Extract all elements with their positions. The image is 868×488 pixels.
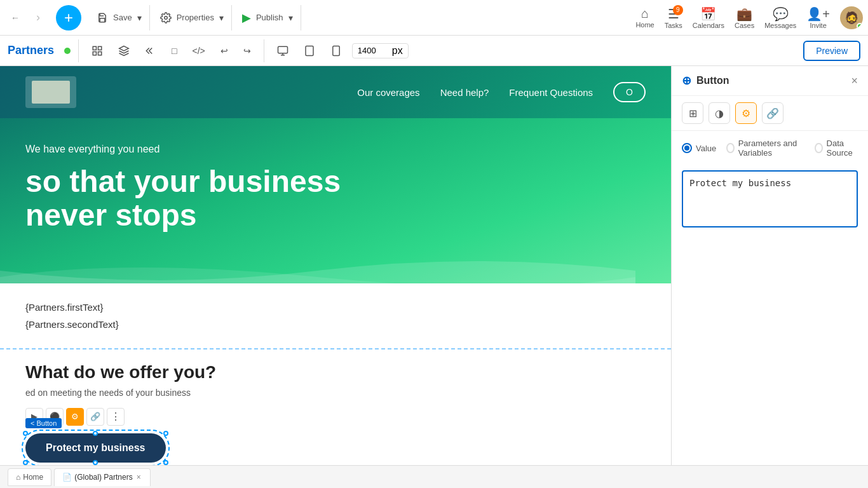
hero-title-line2: never stops (25, 198, 196, 232)
panel-icon-link[interactable]: 🔗 (762, 102, 783, 124)
forward-button[interactable]: › (28, 8, 48, 28)
properties-group: Properties ▾ (153, 5, 232, 30)
layers-btn[interactable] (113, 43, 135, 59)
tasks-icon: ☰ 9 (668, 6, 679, 22)
template-vars: {Partners.firstText} {Partners.secondTex… (25, 299, 646, 333)
btn-tool-settings[interactable]: ⚙ (66, 408, 84, 426)
radio-params[interactable]: Parameters and Variables (726, 139, 804, 158)
button-value-textarea[interactable]: Protect my business (682, 170, 858, 227)
invite-nav[interactable]: 👤+ Invite (806, 6, 830, 29)
cases-icon: 💼 (736, 6, 752, 22)
panel-icon-settings[interactable]: ⚙ (735, 102, 757, 124)
nav-action-btn[interactable]: O (613, 82, 646, 102)
invite-icon: 👤+ (806, 6, 830, 22)
width-unit: px (392, 45, 403, 57)
tasks-badge: 9 (673, 5, 683, 15)
messages-icon: 💬 (773, 6, 789, 22)
properties-icon[interactable] (158, 10, 174, 26)
template-var1: {Partners.firstText} (25, 299, 646, 316)
calendars-nav[interactable]: 📅 Calendars (693, 6, 724, 29)
home-nav[interactable]: ⌂ Home (635, 6, 654, 29)
svg-rect-6 (278, 46, 287, 53)
messages-nav[interactable]: 💬 Messages (764, 6, 796, 29)
desktop-view-btn[interactable] (272, 43, 294, 59)
hero-title-line1: so that your business (25, 165, 341, 198)
home-tab-label: Home (23, 473, 43, 482)
handle-br (163, 460, 168, 465)
tablet-view-btn[interactable] (299, 43, 320, 59)
avatar[interactable]: 🧔 (840, 6, 863, 29)
tab-partners[interactable]: 📄 (Global) Partners × (54, 468, 150, 486)
invite-label: Invite (810, 22, 827, 29)
cases-nav[interactable]: 💼 Cases (735, 6, 754, 29)
svg-rect-2 (98, 46, 102, 50)
hero-section: We have everything you need so that your… (0, 118, 671, 283)
tab-home[interactable]: ⌂ Home (8, 468, 51, 486)
handle-tr (163, 431, 168, 436)
width-input[interactable] (358, 46, 390, 55)
cta-button-wrapper: < Button Protect my business (25, 433, 166, 463)
radio-datasource-circle (815, 143, 822, 153)
panel-icon-layout[interactable]: ⊞ (682, 102, 703, 124)
handle-bm (93, 460, 98, 465)
top-toolbar: ← › + Save ▾ Properties ▾ ▶ Publish ▾ ⌂ … (0, 0, 868, 36)
offer-title: What do we offer you? (25, 362, 646, 383)
select-btn[interactable]: □ (166, 43, 182, 58)
hero-subtitle: We have everything you need (25, 144, 646, 155)
hero-wave (0, 252, 635, 283)
publish-label: Publish (256, 13, 283, 22)
calendars-icon: 📅 (700, 6, 716, 22)
preview-button[interactable]: Preview (803, 41, 860, 61)
right-panel: ⊕ Button × ⊞ ◑ ⚙ 🔗 Value Parameters and … (671, 66, 868, 465)
undo-btn[interactable]: ↩ (215, 43, 233, 58)
nav-help[interactable]: Need help? (440, 87, 489, 98)
cta-button[interactable]: Protect my business (25, 433, 166, 463)
logo-image (32, 81, 70, 104)
back-button[interactable]: ← (5, 8, 25, 28)
offer-desc: ed on meeting the needs of your business (25, 388, 646, 398)
nav-btn[interactable] (140, 43, 161, 59)
radio-value-circle (682, 143, 692, 153)
redo-btn[interactable]: ↪ (238, 43, 256, 58)
radio-value-label: Value (696, 144, 716, 153)
code-btn[interactable]: </> (187, 43, 210, 58)
template-var2: {Partners.secondText} (25, 316, 646, 333)
canvas-area[interactable]: Our coverages Need help? Frequent Questi… (0, 66, 671, 465)
properties-label: Properties (177, 13, 214, 22)
site-header: Our coverages Need help? Frequent Questi… (0, 66, 671, 118)
status-dot (64, 48, 71, 54)
panel-title: ⊕ Button (682, 74, 729, 88)
canvas-content: Our coverages Need help? Frequent Questi… (0, 66, 671, 465)
btn-tool-more[interactable]: ⋮ (107, 408, 125, 426)
panel-icon-row: ⊞ ◑ ⚙ 🔗 (672, 96, 868, 131)
nav-faq[interactable]: Frequent Questions (509, 87, 593, 98)
btn-tool-link[interactable]: 🔗 (86, 408, 104, 426)
save-icon[interactable] (94, 10, 111, 26)
save-dropdown[interactable]: ▾ (135, 10, 144, 25)
radio-datasource[interactable]: Data Source (815, 139, 858, 158)
svg-rect-1 (93, 46, 96, 50)
tasks-nav[interactable]: ☰ 9 Tasks (665, 6, 682, 29)
nav-links: Our coverages Need help? Frequent Questi… (357, 82, 646, 102)
properties-dropdown[interactable]: ▾ (217, 10, 226, 25)
radio-value[interactable]: Value (682, 143, 716, 153)
panel-icon-style[interactable]: ◑ (709, 102, 730, 124)
calendars-label: Calendars (693, 22, 724, 29)
add-button[interactable]: + (56, 5, 81, 30)
nav-coverages[interactable]: Our coverages (357, 87, 419, 98)
home-icon: ⌂ (641, 6, 649, 21)
content-section: {Partners.firstText} {Partners.secondTex… (0, 283, 671, 348)
svg-rect-4 (98, 51, 102, 55)
hero-title: so that your business never stops (25, 165, 646, 233)
offer-section: What do we offer you? ed on meeting the … (0, 349, 671, 465)
publish-group: ▶ Publish ▾ (234, 5, 301, 30)
tab-partners-label: (Global) Partners (74, 473, 132, 482)
publish-dropdown[interactable]: ▾ (286, 10, 295, 25)
tab-close-button[interactable]: × (135, 473, 142, 482)
panel-close-button[interactable]: × (851, 74, 858, 88)
component-view-btn[interactable] (86, 43, 108, 59)
publish-play-icon[interactable]: ▶ (240, 8, 254, 27)
main-layout: Our coverages Need help? Frequent Questi… (0, 66, 868, 465)
cta-wrapper[interactable]: Protect my business (25, 433, 166, 463)
mobile-view-btn[interactable] (325, 43, 347, 59)
